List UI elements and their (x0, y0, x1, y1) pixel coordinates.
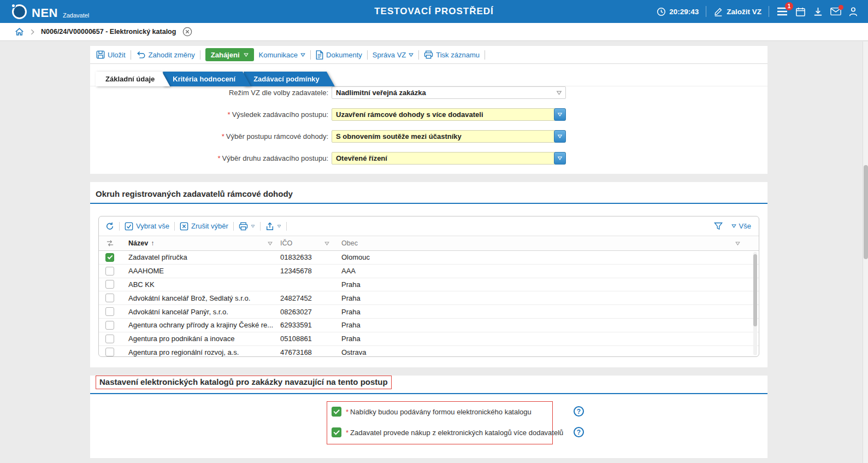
column-header-ico[interactable]: IČO (278, 239, 335, 247)
table-row[interactable]: ABC KK Praha (99, 278, 759, 292)
vyber-postupu-rd-dropdown[interactable]: S obnovením soutěže mezi účastníky (332, 130, 566, 143)
tab-wrap: Kritéria hodnocení (163, 72, 251, 86)
row-checkbox[interactable] (105, 321, 114, 330)
menu-button[interactable]: 1 (776, 7, 788, 16)
help-icon[interactable]: ? (574, 427, 584, 437)
rezim-vz-dropdown[interactable]: Nadlimitní veřejná zakázka (332, 86, 566, 99)
row-checkbox[interactable] (105, 280, 114, 289)
filter-chevron-icon[interactable] (324, 242, 329, 245)
table-row[interactable]: Zadavatel příručka 01832633 Olomouc (99, 251, 759, 265)
help-icon[interactable]: ? (574, 406, 584, 417)
cell-ico: 05108861 (278, 335, 335, 343)
chevron-down-icon (251, 225, 255, 228)
save-button[interactable]: Uložit (96, 50, 126, 59)
vysledek-postupu-dropdown[interactable]: Uzavření rámcové dohody s více dodavatel… (332, 108, 566, 121)
create-vz-label: Založit VZ (727, 8, 761, 16)
manage-vz-dropdown[interactable]: Správa VZ (373, 51, 414, 59)
option-label-text: Zadavatel provede nákup z elektronických… (350, 429, 563, 437)
toolbar-separator (367, 50, 368, 60)
form-row: *Výběr druhu zadávacího postupu: Otevřen… (90, 152, 767, 165)
table-row[interactable]: Advokátní kancelář Brož, Sedlatý s.r.o. … (99, 291, 759, 305)
selection-column-header[interactable] (99, 239, 121, 247)
table-row[interactable]: Advokátní kancelář Panýr, s.r.o. 0826302… (99, 305, 759, 319)
ecatalog-multi-supplier-checkbox[interactable] (332, 427, 341, 437)
selection-column-icon (106, 239, 114, 247)
chevron-down-icon (277, 225, 281, 228)
column-header-obec[interactable]: Obec (335, 239, 759, 247)
row-checkbox[interactable] (105, 335, 114, 343)
grid-scrollbar[interactable] (753, 252, 757, 355)
cell-obec: Praha (335, 294, 759, 302)
tab-zadavaci-podminky[interactable]: Zadávací podmínky (244, 72, 335, 86)
communication-dropdown[interactable]: Komunikace (259, 51, 306, 59)
dropdown-button[interactable] (554, 152, 566, 165)
calendar-button[interactable] (795, 7, 806, 17)
grid-toolbar-separator (260, 222, 261, 231)
close-record-button[interactable] (182, 27, 192, 37)
cell-nazev: Zadavatel příručka (121, 253, 278, 261)
column-header-nazev[interactable]: Název ↑ (121, 239, 278, 247)
form-row: Režim VZ dle volby zadavatele: Nadlimitn… (90, 86, 767, 99)
tab-zakladni-udaje[interactable]: Základní údaje (96, 72, 170, 86)
table-row[interactable]: Agentura ochrany přírody a krajiny České… (99, 319, 759, 332)
page-scrollbar[interactable] (863, 42, 868, 463)
chevron-down-icon[interactable] (556, 91, 562, 95)
select-all-button[interactable]: Vybrat vše (125, 222, 169, 231)
row-checkbox[interactable] (105, 294, 114, 302)
create-vz-button[interactable]: Založit VZ (713, 7, 761, 16)
table-row[interactable]: Agentura pro podnikání a inovace 0510886… (99, 332, 759, 346)
cell-obec: Olomouc (335, 253, 759, 261)
printer-icon (424, 50, 433, 59)
option-label: *Nabídky budou podávány formou elektroni… (346, 408, 532, 416)
download-button[interactable] (813, 7, 823, 17)
clear-selection-button[interactable]: Zrušit výběr (180, 222, 228, 231)
row-checkbox[interactable] (105, 267, 114, 276)
home-button[interactable] (15, 27, 24, 36)
status-dropdown-button[interactable]: Zahájeni (205, 48, 254, 61)
checkbox-check-icon (125, 222, 133, 231)
user-button[interactable] (848, 7, 858, 17)
documents-button[interactable]: Dokumenty (316, 50, 362, 60)
grid-scrollbar-thumb[interactable] (753, 254, 757, 326)
row-checkbox[interactable] (105, 253, 114, 262)
cell-obec: AAA (335, 267, 759, 275)
brand-subtitle: Zadavatel (63, 12, 89, 19)
close-circle-icon (182, 27, 192, 37)
header-actions: 20:29:43 Založit VZ 1 (657, 6, 858, 17)
filter-chevron-icon[interactable] (735, 242, 740, 245)
table-row[interactable]: AAAHOME 12345678 AAA (99, 265, 759, 278)
print-record-button[interactable]: Tisk záznamu (424, 50, 480, 59)
discard-changes-label: Zahodit změny (149, 51, 195, 59)
cell-obec: Praha (335, 308, 759, 316)
save-icon (96, 50, 105, 59)
chevron-down-icon (409, 53, 414, 57)
tab-kriteria-hodnoceni[interactable]: Kritéria hodnocení (163, 72, 251, 86)
print-grid-dropdown[interactable] (239, 222, 255, 231)
refresh-button[interactable] (105, 222, 114, 231)
printer-icon (239, 222, 248, 231)
export-dropdown[interactable] (265, 222, 281, 231)
page-scrollbar-thumb[interactable] (864, 165, 868, 259)
row-checkbox[interactable] (105, 307, 114, 316)
ecatalog-offers-checkbox[interactable] (332, 407, 341, 417)
breadcrumb-item[interactable]: N006/24/V00000657 - Elektronický katalog (41, 28, 176, 36)
discard-changes-button[interactable]: Zahodit změny (136, 51, 195, 59)
refresh-icon (105, 222, 114, 231)
chevron-down-icon (557, 156, 563, 160)
toolbar-separator (418, 50, 419, 60)
messages-button[interactable] (830, 7, 841, 16)
table-row[interactable]: Agentura pro regionální rozvoj, a.s. 476… (99, 346, 759, 356)
option-label-text: Nabídky budou podávány formou elektronic… (350, 408, 532, 416)
dropdown-button[interactable] (554, 108, 566, 121)
field-label-text: Režim VZ dle volby zadavatele: (229, 89, 328, 97)
dropdown-button[interactable] (554, 130, 566, 143)
cell-nazev: AAAHOME (121, 267, 278, 275)
brand[interactable]: NEN Zadavatel (12, 4, 89, 19)
view-all-dropdown[interactable]: Vše (731, 222, 751, 230)
vz-settings-form: Režim VZ dle volby zadavatele: Nadlimitn… (90, 86, 767, 165)
checkbox-x-icon (180, 222, 188, 231)
druh-postupu-dropdown[interactable]: Otevřené řízení (332, 152, 566, 165)
filter-button[interactable] (714, 222, 723, 230)
filter-chevron-icon[interactable] (268, 242, 273, 245)
row-checkbox[interactable] (105, 348, 114, 356)
